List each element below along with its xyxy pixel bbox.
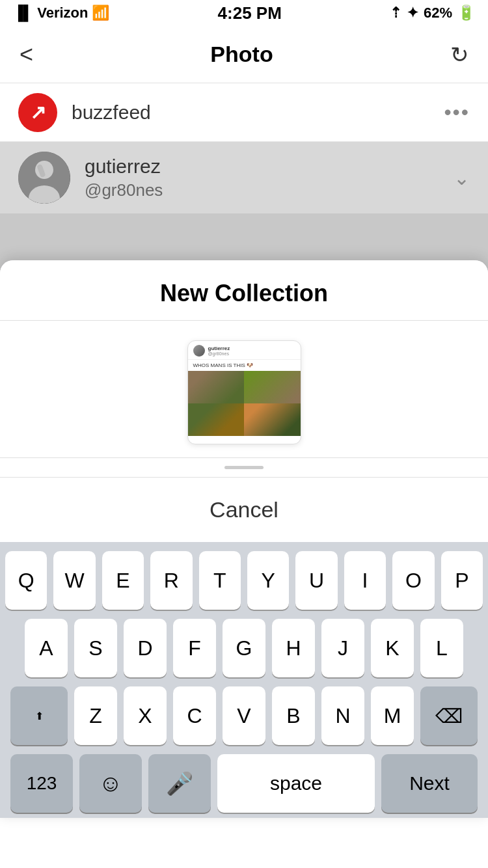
tweet-image-4 [244,403,301,436]
key-z[interactable]: Z [74,686,117,745]
tweet-image-1 [188,371,245,403]
modal-title-bar: New Collection [0,260,488,321]
buzzfeed-arrow-icon: ↗ [30,101,46,124]
emoji-key[interactable]: ☺ [79,754,142,813]
emoji-icon: ☺ [99,770,123,797]
key-d[interactable]: D [124,619,167,677]
keyboard-row-3: ⬆ Z X C V B N M ⌫ [5,686,483,745]
new-collection-sheet: New Collection gutierrez @gr80nes WHOS M… [0,260,488,818]
battery-label: 62% [424,5,452,21]
key-i[interactable]: I [344,551,386,610]
tweet-images [188,371,301,436]
key-y[interactable]: Y [247,551,289,610]
gutierrez-row[interactable]: gutierrez @gr80nes ⌄ [0,142,488,213]
key-l[interactable]: L [420,619,463,677]
shift-key[interactable]: ⬆ [10,686,68,745]
shift-icon: ⬆ [35,710,44,722]
key-h[interactable]: H [272,619,315,677]
buzzfeed-icon: ↗ [18,93,57,132]
tweet-handle: @gr80nes [208,351,230,356]
tweet-image-2 [244,371,301,403]
numbers-key[interactable]: 123 [10,754,73,813]
status-time: 4:25 PM [218,3,282,23]
user-handle: @gr80nes [85,180,454,200]
keyboard-bottom-row: 123 ☺ 🎤 space Next [5,754,483,818]
key-e[interactable]: E [102,551,144,610]
space-key[interactable]: space [217,754,375,813]
preview-area: gutierrez @gr80nes WHOS MANS IS THIS 🐶 [0,321,488,458]
status-left: ▐▌ Verizon 📶 [13,5,109,21]
scroll-indicator [0,458,488,477]
key-m[interactable]: M [371,686,414,745]
delete-key[interactable]: ⌫ [420,686,478,745]
mic-key[interactable]: 🎤 [148,754,211,813]
key-t[interactable]: T [199,551,241,610]
key-v[interactable]: V [223,686,265,745]
status-bar: ▐▌ Verizon 📶 4:25 PM ⇡ ✦ 62% 🔋 [0,0,488,26]
delete-icon: ⌫ [435,705,463,727]
nav-title: Photo [210,42,273,67]
key-w[interactable]: W [53,551,95,610]
key-r[interactable]: R [150,551,192,610]
signal-icon: ▐▌ [13,5,33,21]
key-g[interactable]: G [223,619,265,677]
keyboard-row-1: Q W E R T Y U I O P [5,551,483,610]
key-u[interactable]: U [295,551,337,610]
feed-more-button[interactable]: ••• [444,100,470,124]
tweet-avatar [193,345,205,357]
battery-icon: 🔋 [457,5,475,21]
cancel-section: Cancel [0,477,488,542]
tweet-user-info: gutierrez @gr80nes [208,346,230,356]
key-p[interactable]: P [441,551,483,610]
keyboard: Q W E R T Y U I O P A S D F G H J K L ⬆ [0,542,488,818]
bluetooth-icon: ✦ [407,5,418,21]
key-s[interactable]: S [74,619,117,677]
status-right: ⇡ ✦ 62% 🔋 [390,5,475,21]
user-name: gutierrez [85,156,454,178]
tweet-card-header: gutierrez @gr80nes [188,341,301,360]
key-x[interactable]: X [124,686,167,745]
key-o[interactable]: O [392,551,434,610]
user-avatar [18,152,70,204]
scroll-bar [224,466,264,469]
user-info: gutierrez @gr80nes [85,156,454,200]
tweet-card-preview: gutierrez @gr80nes WHOS MANS IS THIS 🐶 [187,340,301,444]
keyboard-row-2: A S D F G H J K L [5,619,483,677]
location-icon: ⇡ [390,5,401,21]
tweet-username: gutierrez [208,346,230,351]
key-n[interactable]: N [321,686,364,745]
modal-title: New Collection [160,280,328,306]
avatar-image [18,152,70,204]
wifi-icon: 📶 [92,5,109,21]
nav-bar: < Photo ↻ [0,26,488,83]
tweet-image-3 [188,403,245,436]
key-k[interactable]: K [371,619,414,677]
carrier-label: Verizon [37,5,88,21]
key-b[interactable]: B [272,686,315,745]
tweet-text: WHOS MANS IS THIS 🐶 [188,360,301,371]
next-key[interactable]: Next [381,754,478,813]
key-j[interactable]: J [321,619,364,677]
buzzfeed-name: buzzfeed [72,102,444,124]
key-f[interactable]: F [173,619,216,677]
key-a[interactable]: A [25,619,68,677]
refresh-button[interactable]: ↻ [450,42,468,68]
key-q[interactable]: Q [5,551,47,610]
cancel-button[interactable]: Cancel [210,497,278,522]
buzzfeed-row[interactable]: ↗ buzzfeed ••• [0,83,488,142]
back-button[interactable]: < [20,41,33,68]
user-chevron-icon[interactable]: ⌄ [454,167,470,189]
mic-icon: 🎤 [166,770,193,796]
key-c[interactable]: C [173,686,216,745]
